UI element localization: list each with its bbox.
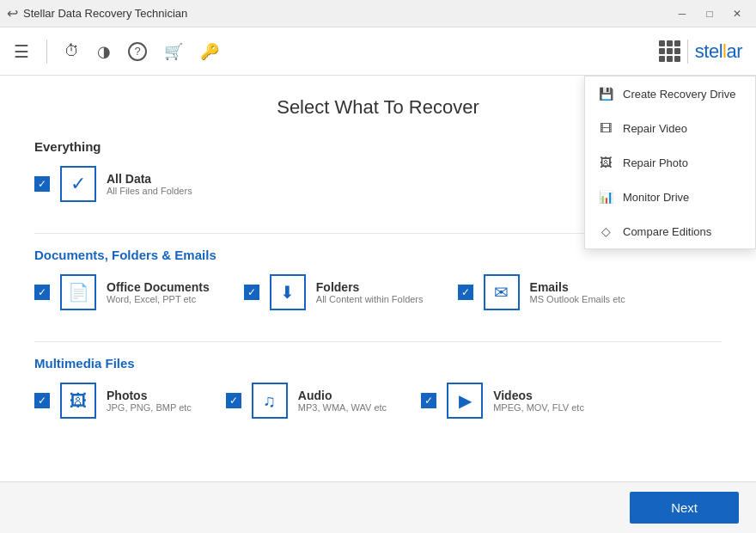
photo-icon: 🖼 (70, 391, 87, 411)
emails-label: Emails (530, 280, 625, 294)
toolbar-divider (46, 40, 47, 64)
audio-icon: ♫ (263, 391, 276, 411)
window-controls: ─ □ ✕ (670, 5, 749, 22)
toolbar-left: ☰ ⏱ ◑ ? 🛒 🔑 (14, 40, 219, 64)
close-button[interactable]: ✕ (725, 5, 749, 22)
office-documents-card[interactable]: ✓ 📄 Office Documents Word, Excel, PPT et… (34, 274, 210, 310)
all-data-checkbox[interactable]: ✓ (34, 176, 50, 192)
emails-icon-box: ✉ (484, 274, 520, 310)
title-bar: ↩ Stellar Data Recovery Technician ─ □ ✕ (0, 0, 756, 28)
photos-text: Photos JPG, PNG, BMP etc (107, 389, 192, 413)
create-recovery-drive-label: Create Recovery Drive (623, 88, 736, 101)
compare-editions-label: Compare Editions (623, 225, 711, 238)
emails-checkbox[interactable]: ✓ (458, 285, 473, 300)
repair-video-label: Repair Video (623, 122, 687, 135)
compare-editions-icon: ◇ (597, 223, 614, 240)
repair-photo-icon: 🖼 (597, 154, 614, 171)
audio-icon-box: ♫ (252, 383, 288, 419)
checkmark-icon: ✓ (461, 286, 470, 298)
next-button[interactable]: Next (630, 492, 739, 524)
photos-label: Photos (107, 389, 192, 402)
folder-download-icon: ⬇ (280, 282, 295, 303)
photos-icon-box: 🖼 (60, 383, 96, 419)
multimedia-section-title: Multimedia Files (34, 356, 722, 371)
title-bar-title: Stellar Data Recovery Technician (23, 7, 187, 20)
create-recovery-drive-icon: 💾 (597, 85, 614, 102)
videos-label: Videos (493, 389, 584, 402)
divider-2 (34, 341, 722, 342)
audio-label: Audio (298, 389, 387, 402)
minimize-button[interactable]: ─ (670, 5, 694, 22)
all-data-icon-box: ✓ (60, 166, 96, 202)
monitor-drive-icon: 📊 (597, 188, 614, 205)
checkmark-icon: ✓ (38, 286, 46, 298)
key-icon[interactable]: 🔑 (200, 42, 219, 61)
create-recovery-drive-item[interactable]: 💾 Create Recovery Drive (585, 77, 755, 111)
repair-photo-label: Repair Photo (623, 156, 688, 169)
footer: Next (0, 481, 756, 533)
videos-checkbox[interactable]: ✓ (421, 393, 436, 408)
cart-icon[interactable]: 🛒 (164, 42, 183, 61)
dropdown-menu: 💾 Create Recovery Drive 🎞 Repair Video 🖼… (584, 76, 756, 249)
all-data-icon: ✓ (70, 173, 86, 195)
all-data-sublabel: All Files and Folders (107, 186, 192, 196)
documents-section-title: Documents, Folders & Emails (34, 248, 722, 262)
logo-divider (687, 40, 688, 64)
office-documents-icon-box: 📄 (60, 274, 96, 310)
videos-text: Videos MPEG, MOV, FLV etc (493, 389, 584, 413)
office-documents-text: Office Documents Word, Excel, PPT etc (107, 280, 210, 304)
documents-items-row: ✓ 📄 Office Documents Word, Excel, PPT et… (34, 274, 722, 310)
email-icon: ✉ (494, 282, 509, 303)
office-documents-label: Office Documents (107, 280, 210, 294)
office-documents-sublabel: Word, Excel, PPT etc (107, 294, 210, 304)
main-content: Select What To Recover Everything ✓ ✓ Al… (0, 76, 756, 481)
emails-text: Emails MS Outlook Emails etc (530, 280, 625, 304)
tools-icon[interactable]: ◑ (97, 42, 111, 61)
office-documents-checkbox[interactable]: ✓ (34, 285, 50, 300)
all-data-label: All Data (107, 172, 192, 186)
folders-sublabel: All Content within Folders (316, 294, 424, 304)
multimedia-section: Multimedia Files ✓ 🖼 Photos JPG, PNG, BM… (34, 356, 722, 436)
stellar-logo: stellar (659, 40, 742, 64)
compare-editions-item[interactable]: ◇ Compare Editions (585, 214, 755, 248)
photos-card[interactable]: ✓ 🖼 Photos JPG, PNG, BMP etc (34, 383, 192, 419)
checkmark-icon: ✓ (424, 395, 433, 407)
audio-sublabel: MP3, WMA, WAV etc (298, 402, 387, 413)
emails-card[interactable]: ✓ ✉ Emails MS Outlook Emails etc (458, 274, 625, 310)
checkmark-icon: ✓ (38, 178, 46, 190)
help-icon[interactable]: ? (128, 42, 147, 61)
folders-icon-box: ⬇ (270, 274, 306, 310)
history-icon[interactable]: ⏱ (64, 42, 80, 60)
photos-checkbox[interactable]: ✓ (34, 393, 50, 408)
repair-video-icon: 🎞 (597, 119, 614, 137)
audio-checkbox[interactable]: ✓ (226, 393, 241, 408)
all-data-text: All Data All Files and Folders (107, 172, 192, 196)
all-data-card[interactable]: ✓ ✓ All Data All Files and Folders (34, 166, 192, 202)
folders-label: Folders (316, 280, 424, 294)
multimedia-items-row: ✓ 🖼 Photos JPG, PNG, BMP etc ✓ ♫ (34, 383, 722, 419)
audio-card[interactable]: ✓ ♫ Audio MP3, WMA, WAV etc (226, 383, 387, 419)
checkmark-icon: ✓ (38, 395, 46, 407)
repair-video-item[interactable]: 🎞 Repair Video (585, 111, 755, 145)
checkmark-icon: ✓ (229, 395, 238, 407)
document-icon: 📄 (68, 282, 89, 303)
emails-sublabel: MS Outlook Emails etc (530, 294, 625, 304)
folders-text: Folders All Content within Folders (316, 280, 424, 304)
toolbar: ☰ ⏱ ◑ ? 🛒 🔑 stellar (0, 28, 756, 76)
videos-icon-box: ▶ (447, 383, 483, 419)
menu-icon[interactable]: ☰ (14, 41, 29, 62)
documents-section: Documents, Folders & Emails ✓ 📄 Office D… (34, 248, 722, 328)
video-play-icon: ▶ (459, 390, 472, 411)
monitor-drive-label: Monitor Drive (623, 191, 689, 204)
back-icon[interactable]: ↩ (7, 5, 18, 21)
audio-text: Audio MP3, WMA, WAV etc (298, 389, 387, 413)
stellar-brand-text: stellar (695, 40, 742, 63)
checkmark-icon: ✓ (247, 286, 256, 298)
videos-card[interactable]: ✓ ▶ Videos MPEG, MOV, FLV etc (421, 383, 584, 419)
monitor-drive-item[interactable]: 📊 Monitor Drive (585, 180, 755, 214)
apps-grid-icon[interactable] (659, 40, 680, 62)
maximize-button[interactable]: □ (698, 5, 722, 22)
repair-photo-item[interactable]: 🖼 Repair Photo (585, 145, 755, 180)
folders-card[interactable]: ✓ ⬇ Folders All Content within Folders (244, 274, 424, 310)
folders-checkbox[interactable]: ✓ (244, 285, 259, 300)
